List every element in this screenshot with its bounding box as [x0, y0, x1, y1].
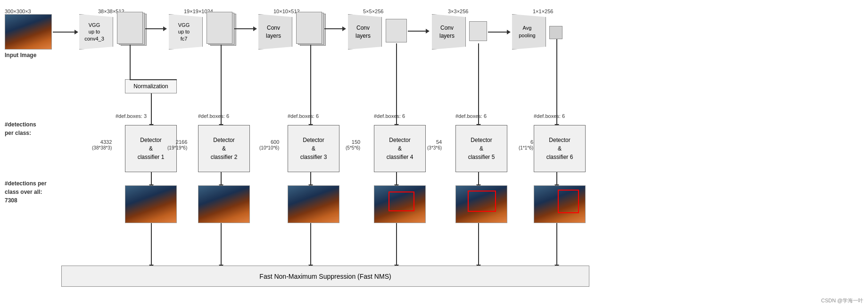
- line-d5-thumb5: [478, 172, 479, 185]
- conv2-block: Convlayers: [344, 14, 382, 50]
- final-sq: [549, 26, 562, 39]
- input-image: [5, 14, 52, 50]
- feat-sq-4: [386, 19, 407, 42]
- line-d1-thumb1: [151, 172, 152, 185]
- vgg2-block: VGGup tofc7: [165, 14, 203, 50]
- detector4-box: Detector&classifier 4: [374, 125, 426, 172]
- nms-bar: Fast Non-Maximum Suppression (Fast NMS): [61, 266, 589, 287]
- line-thumb3-nms: [310, 223, 311, 266]
- input-size-label: 300×300×3: [5, 8, 31, 14]
- detections-total-label: #detections perclass over all:7308: [5, 179, 47, 205]
- count-d3: 600(10*10*6): [259, 139, 279, 150]
- avg-pooling-block: Avgpooling: [508, 14, 546, 50]
- def-boxes-d4: #def.boxes: 6: [374, 113, 405, 119]
- detector6-box: Detector&classifier 6: [534, 125, 586, 172]
- normalization-box: Normalization: [125, 79, 177, 93]
- count-d1: 4332(38*38*3): [92, 139, 112, 150]
- arrow-input-vgg1: [53, 32, 75, 33]
- thumb1: [125, 185, 177, 223]
- thumb2: [198, 185, 250, 223]
- detector3-box: Detector&classifier 3: [288, 125, 339, 172]
- vgg1-block: VGG up to conv4_3: [75, 14, 113, 50]
- line-conv1-down: [310, 45, 311, 120]
- input-image-label: Input Image: [5, 52, 36, 58]
- line-d6-thumb6: [556, 172, 557, 185]
- arrow-vgg1-vgg2: [145, 28, 164, 29]
- count-d6: 6(1*1*6): [519, 139, 533, 150]
- line-vgg1-norm: [130, 45, 131, 79]
- thumb5: [455, 185, 507, 223]
- line-d2-thumb2: [221, 172, 222, 185]
- size-label-conv3: 3×3×256: [448, 8, 468, 14]
- def-boxes-d5: #def.boxes: 6: [455, 113, 487, 119]
- def-boxes-d6: #def.boxes: 6: [534, 113, 565, 119]
- detections-per-class-label: #detectionsper class:: [5, 120, 36, 137]
- line-d3-thumb3: [310, 172, 311, 185]
- thumb3: [288, 185, 339, 223]
- arrow-to-d1: [151, 113, 152, 125]
- thumb6: [534, 185, 586, 223]
- conv1-block: Convlayers: [255, 14, 292, 50]
- feat-sq-5: [469, 21, 487, 41]
- arrow-conv1-conv2: [324, 28, 343, 29]
- arrow-vgg2-conv1: [234, 28, 254, 29]
- line-thumb6-nms: [556, 223, 557, 266]
- line-d4-thumb4: [396, 172, 397, 185]
- arrow-conv2-conv3: [408, 31, 427, 32]
- count-d2: 2166(19*19*6): [167, 139, 187, 150]
- line-avg-down: [556, 39, 557, 120]
- size-label-avg: 1×1×256: [533, 8, 553, 14]
- size-label-conv2: 5×5×256: [363, 8, 383, 14]
- def-boxes-d1: #def.boxes: 3: [116, 113, 147, 119]
- line-thumb5-nms: [478, 223, 479, 266]
- count-d4: 150(5*5*6): [346, 139, 360, 150]
- diagram: 300×300×3 Input Image 38×38×512 VGG up t…: [0, 0, 868, 308]
- conv3-block: Convlayers: [428, 14, 466, 50]
- h-line-norm: [130, 79, 177, 80]
- def-boxes-d2: #def.boxes: 6: [198, 113, 229, 119]
- detector2-box: Detector&classifier 2: [198, 125, 250, 172]
- line-vgg2-down: [221, 45, 222, 120]
- line-conv2-down: [396, 43, 397, 120]
- arrow-conv3-avg: [488, 32, 508, 33]
- line-conv3-down: [478, 43, 479, 120]
- line-thumb2-nms: [221, 223, 222, 266]
- watermark: CSDN @学海一叶: [821, 297, 863, 304]
- line-thumb4-nms: [396, 223, 397, 266]
- count-d5: 54(3*3*6): [427, 139, 442, 150]
- thumb4: [374, 185, 426, 223]
- detector5-box: Detector&classifier 5: [455, 125, 507, 172]
- def-boxes-d3: #def.boxes: 6: [288, 113, 319, 119]
- line-thumb1-nms: [151, 223, 152, 266]
